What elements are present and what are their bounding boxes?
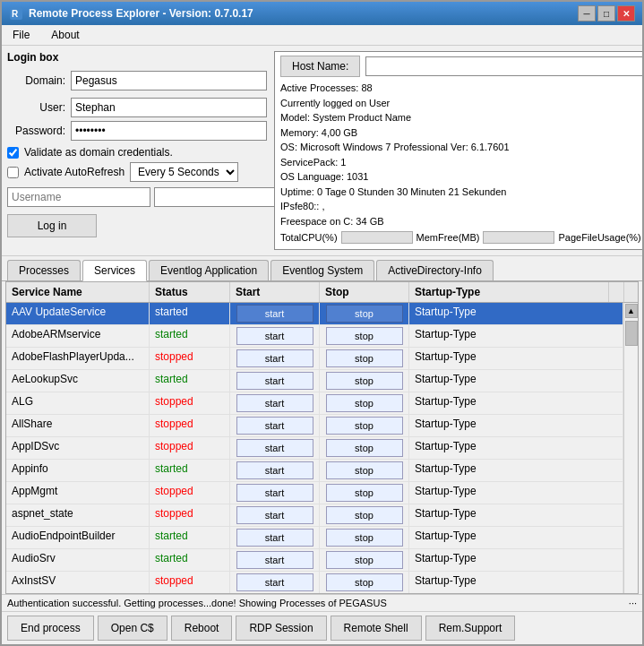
table-scrollbar[interactable]: ▲ ▼ xyxy=(623,303,638,595)
start-btn[interactable]: start xyxy=(236,529,313,547)
login-panel: Login box Domain: User: Password: xyxy=(7,51,267,250)
cell-name: AppIDSvc xyxy=(6,437,150,459)
validate-checkbox[interactable] xyxy=(7,147,19,159)
mem-progress xyxy=(483,231,554,244)
stop-btn[interactable]: stop xyxy=(326,327,403,345)
maximize-button[interactable]: □ xyxy=(597,5,615,22)
domain-input[interactable] xyxy=(71,71,267,90)
start-btn[interactable]: start xyxy=(236,551,313,569)
cell-stop: stop xyxy=(320,460,409,481)
host-row: Domain: xyxy=(7,71,267,90)
table-row[interactable]: AxInstSV stopped start stop Startup-Type xyxy=(6,572,623,594)
password-input[interactable] xyxy=(71,121,267,141)
start-btn[interactable]: start xyxy=(236,439,313,457)
password-label: Password: xyxy=(7,125,65,137)
tab-processes[interactable]: Processes xyxy=(7,260,81,280)
start-btn[interactable]: start xyxy=(236,305,313,323)
start-btn[interactable]: start xyxy=(236,417,313,435)
svg-text:R: R xyxy=(12,9,19,19)
table-row[interactable]: AudioSrv started start stop Startup-Type xyxy=(6,549,623,572)
autorefresh-select[interactable]: Every 5 Seconds xyxy=(130,162,238,182)
table-row[interactable]: AdobeARMservice started start stop Start… xyxy=(6,325,623,348)
open-cs-button[interactable]: Open C$ xyxy=(98,616,167,641)
main-window: R Remote Process Explorer - Version: 0.7… xyxy=(0,0,644,646)
cell-startup: Startup-Type xyxy=(409,325,623,347)
cell-startup: Startup-Type xyxy=(409,527,623,548)
cell-status: started xyxy=(150,325,230,347)
cell-name: AAV UpdateService xyxy=(6,303,150,324)
cell-stop: stop xyxy=(320,325,409,347)
tab-activedir[interactable]: ActiveDirectory-Info xyxy=(376,260,494,280)
status-text: stopped xyxy=(155,440,193,452)
scroll-thumb[interactable] xyxy=(625,321,638,346)
rdp-session-button[interactable]: RDP Session xyxy=(236,616,326,641)
cell-name: AudioEndpointBuilder xyxy=(6,527,150,548)
stop-btn[interactable]: stop xyxy=(326,506,403,524)
close-button[interactable]: ✕ xyxy=(617,5,635,22)
table-row[interactable]: AudioEndpointBuilder started start stop … xyxy=(6,527,623,549)
start-btn[interactable]: start xyxy=(236,372,313,390)
start-btn[interactable]: start xyxy=(236,484,313,502)
reboot-button[interactable]: Reboot xyxy=(171,616,233,641)
title-bar: R Remote Process Explorer - Version: 0.7… xyxy=(2,2,642,25)
login-button[interactable]: Log in xyxy=(7,214,97,237)
autorefresh-checkbox[interactable] xyxy=(7,167,19,178)
menu-file[interactable]: File xyxy=(5,27,37,43)
start-btn[interactable]: start xyxy=(236,573,313,591)
cell-start: start xyxy=(230,348,320,369)
tab-services[interactable]: Services xyxy=(82,260,147,281)
start-btn[interactable]: start xyxy=(236,327,313,345)
user-input[interactable] xyxy=(71,98,267,117)
table-row[interactable]: AAV UpdateService started start stop Sta… xyxy=(6,303,623,325)
cell-stop: stop xyxy=(320,504,409,526)
stop-btn[interactable]: stop xyxy=(326,305,403,323)
table-row[interactable]: AppIDSvc stopped start stop Startup-Type xyxy=(6,437,623,460)
stop-btn[interactable]: stop xyxy=(326,439,403,457)
hostname-button[interactable]: Host Name: xyxy=(280,56,360,77)
stop-btn[interactable]: stop xyxy=(326,484,403,502)
remote-shell-button[interactable]: Remote Shell xyxy=(331,616,422,641)
cell-stop: stop xyxy=(320,527,409,548)
stop-btn[interactable]: stop xyxy=(326,461,403,479)
hostname-input[interactable] xyxy=(365,56,642,76)
cell-stop: stop xyxy=(320,482,409,504)
stop-btn[interactable]: stop xyxy=(326,372,403,390)
start-btn[interactable]: start xyxy=(236,349,313,367)
stop-btn[interactable]: stop xyxy=(326,551,403,569)
end-process-button[interactable]: End process xyxy=(7,616,94,641)
info-line10: Freespace on C: 34 GB xyxy=(280,214,642,229)
stop-btn[interactable]: stop xyxy=(326,349,403,367)
start-btn[interactable]: start xyxy=(236,394,313,412)
cpu-label: TotalCPU(%) xyxy=(280,230,338,245)
table-row[interactable]: AdobeFlashPlayerUpda... stopped start st… xyxy=(6,348,623,370)
stop-btn[interactable]: stop xyxy=(326,394,403,412)
cell-status: started xyxy=(150,549,230,571)
rem-support-button[interactable]: Rem.Support xyxy=(425,616,516,641)
tab-eventlog-app[interactable]: Eventlog Application xyxy=(149,260,269,280)
table-row[interactable]: ALG stopped start stop Startup-Type xyxy=(6,392,623,415)
tab-eventlog-sys[interactable]: Eventlog System xyxy=(270,260,374,280)
stop-btn[interactable]: stop xyxy=(326,417,403,435)
start-btn[interactable]: start xyxy=(236,506,313,524)
table-row[interactable]: AllShare stopped start stop Startup-Type xyxy=(6,415,623,437)
cell-start: start xyxy=(230,370,320,392)
stop-btn[interactable]: stop xyxy=(326,573,403,591)
table-row[interactable]: AppMgmt stopped start stop Startup-Type xyxy=(6,482,623,504)
stop-btn[interactable]: stop xyxy=(326,529,403,547)
table-row[interactable]: aspnet_state stopped start stop Startup-… xyxy=(6,504,623,527)
table-body-wrapper: AAV UpdateService started start stop Sta… xyxy=(6,303,638,595)
minimize-button[interactable]: ─ xyxy=(578,5,596,22)
menu-about[interactable]: About xyxy=(44,27,86,43)
table-row[interactable]: Appinfo started start stop Startup-Type xyxy=(6,460,623,482)
cell-startup: Startup-Type xyxy=(409,482,623,504)
col-service-name: Service Name xyxy=(6,282,150,302)
domain-label: Domain: xyxy=(7,74,65,87)
validate-label: Validate as domain credentials. xyxy=(24,146,173,159)
cell-status: stopped xyxy=(150,348,230,369)
cell-start: start xyxy=(230,325,320,347)
table-row[interactable]: AeLookupSvc started start stop Startup-T… xyxy=(6,370,623,392)
start-btn[interactable]: start xyxy=(236,461,313,479)
username-input[interactable] xyxy=(7,187,150,207)
scroll-up[interactable]: ▲ xyxy=(625,304,638,318)
status-text: started xyxy=(155,530,188,542)
